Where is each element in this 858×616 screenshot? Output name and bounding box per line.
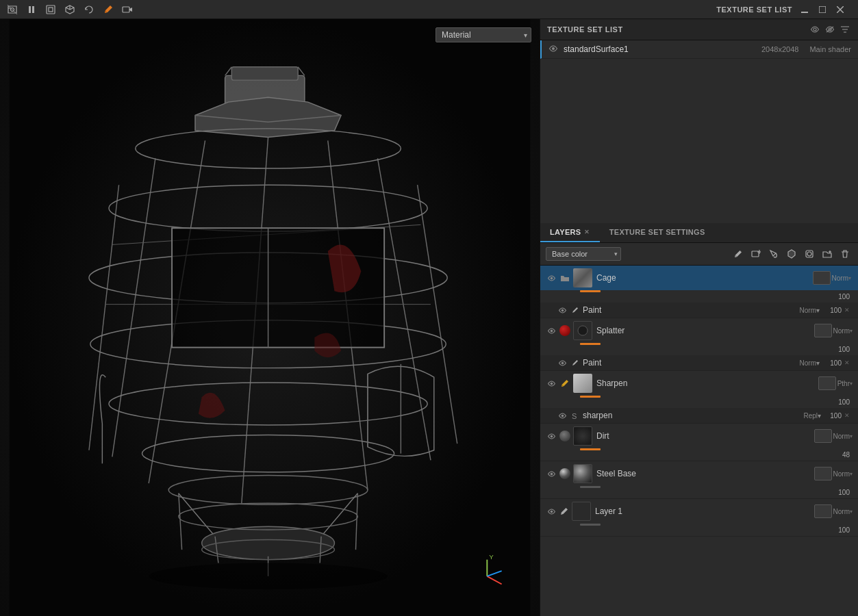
cage-blend[interactable]: Norm ▾ [832, 274, 851, 282]
dirt-thumb [573, 426, 592, 446]
layers-toolbar: Base color Roughness Metallic Normal Hei… [540, 243, 858, 266]
tsl-header: TEXTURE SET LIST [540, 19, 858, 40]
pen-icon[interactable] [101, 3, 115, 16]
tab-layers[interactable]: LAYERS ✕ [540, 223, 600, 242]
svg-point-67 [578, 326, 588, 335]
svg-rect-9 [819, 6, 826, 13]
sharpen-eye-icon[interactable] [546, 378, 557, 389]
texture-set-list-title: TEXTURE SET LIST [716, 5, 792, 14]
svg-point-72 [550, 435, 553, 437]
splatter-thumb [573, 321, 592, 340]
trash-icon[interactable] [837, 246, 853, 261]
svg-rect-7 [123, 7, 129, 12]
svg-point-74 [550, 510, 553, 513]
sharpen-right-controls: Pthr ▾ [818, 376, 853, 390]
layer-splatter-paint[interactable]: Paint Norm▾ 100 ✕ [540, 355, 858, 370]
splatter-blend[interactable]: Norm ▾ [833, 327, 853, 335]
eye-off-icon[interactable] [824, 23, 836, 36]
cube-icon[interactable] [63, 3, 77, 16]
filter-icon[interactable] [839, 23, 851, 36]
splatter-paint-eye-icon[interactable] [557, 357, 568, 368]
cage-paint-name: Paint [583, 305, 800, 315]
layer1-eye-icon[interactable] [546, 506, 557, 517]
layer-group-layer1: Layer 1 Norm ▾ 100 [540, 499, 858, 537]
layer-splatter-header[interactable]: Splatter Norm ▾ [540, 318, 858, 343]
layer1-right-controls: Norm ▾ [814, 504, 853, 518]
viewport[interactable]: Y Material Albedo Roughness Metallic Nor… [0, 19, 540, 616]
camera3-icon[interactable] [121, 3, 134, 16]
brush-stroke-icon[interactable] [766, 246, 781, 261]
sharpen-smart-icon: S [570, 411, 580, 420]
steel-base-name: Steel Base [596, 469, 814, 478]
cage-opacity-box [813, 271, 831, 285]
layer-dirt-header[interactable]: Dirt Norm ▾ [540, 424, 858, 448]
tsl-item-eye-icon[interactable] [548, 44, 558, 54]
steel-base-eye-icon[interactable] [546, 468, 557, 479]
svg-rect-14 [231, 67, 298, 80]
cage-paint-blend[interactable]: Norm▾ [800, 307, 820, 314]
splatter-paint-close[interactable]: ✕ [844, 359, 853, 366]
cage-mesh-svg: Y [0, 19, 540, 616]
dirt-eye-icon[interactable] [546, 431, 557, 441]
sharpen-blend[interactable]: Pthr ▾ [837, 380, 853, 387]
layer-cage-paint[interactable]: Paint Norm▾ 100 ✕ [540, 303, 858, 318]
tsl-header-icons [809, 23, 851, 36]
pause-icon[interactable] [25, 3, 38, 16]
tab-texture-set-settings[interactable]: TEXTURE SET SETTINGS [600, 223, 715, 242]
cage-paint-close[interactable]: ✕ [844, 307, 853, 313]
svg-rect-8 [801, 12, 808, 13]
right-panel: TEXTURE SET LIST [540, 19, 858, 616]
layer-layer1-header[interactable]: Layer 1 Norm ▾ [540, 499, 858, 524]
sharpen-child-opacity: 100 [822, 412, 842, 420]
svg-text:S: S [572, 412, 577, 420]
layer-sharpen-header[interactable]: Sharpen Pthr ▾ [540, 371, 858, 396]
base-color-dropdown-wrap[interactable]: Base color Roughness Metallic Normal Hei… [546, 247, 621, 261]
tabs-area: LAYERS ✕ TEXTURE SET SETTINGS [540, 223, 858, 243]
layer-group-cage: Cage Norm ▾ 100 [540, 266, 858, 318]
rotate-icon[interactable] [82, 3, 96, 16]
tab-layers-close[interactable]: ✕ [584, 229, 590, 235]
splatter-eye-icon[interactable] [546, 325, 557, 336]
layers-list[interactable]: Cage Norm ▾ 100 [540, 266, 858, 616]
steel-base-thumb [573, 464, 592, 483]
layer-steel-base-header[interactable]: Steel Base Norm ▾ [540, 461, 858, 486]
frame-icon[interactable] [44, 3, 58, 16]
maximize-icon[interactable] [816, 3, 829, 16]
paint-layer-icon[interactable] [731, 246, 746, 261]
camera-icon[interactable] [5, 3, 19, 16]
cage-thumb [573, 268, 592, 287]
minimize-icon[interactable] [798, 3, 811, 16]
cage-paint-eye-icon[interactable] [557, 305, 568, 316]
splatter-right-controls: Norm ▾ [814, 324, 853, 337]
sharpen-child-eye-icon[interactable] [557, 410, 568, 421]
dirt-blend[interactable]: Norm ▾ [833, 433, 853, 440]
splatter-name: Splatter [596, 326, 814, 335]
layer1-blend[interactable]: Norm ▾ [833, 508, 853, 515]
folder-new-icon[interactable] [820, 246, 835, 261]
svg-rect-4 [32, 6, 34, 13]
svg-rect-3 [29, 6, 31, 13]
sharpen-child-close[interactable]: ✕ [844, 412, 853, 419]
layer-group-steel-base: Steel Base Norm ▾ 100 [540, 461, 858, 499]
fill-icon[interactable] [784, 246, 799, 261]
sharpen-child-blend[interactable]: Repl▾ [803, 412, 821, 420]
cage-paint-brush-icon [570, 305, 580, 315]
splatter-paint-blend[interactable]: Norm▾ [800, 359, 820, 367]
cage-eye-icon[interactable] [546, 272, 557, 283]
sharpen-child-name: sharpen [583, 411, 803, 420]
svg-point-64 [550, 277, 553, 279]
steel-base-blend[interactable]: Norm ▾ [833, 470, 853, 478]
base-color-dropdown[interactable]: Base color Roughness Metallic Normal Hei… [546, 247, 621, 261]
mask-icon[interactable] [802, 246, 817, 261]
new-fill-layer-icon[interactable] [748, 246, 764, 261]
material-dropdown[interactable]: Material Albedo Roughness Metallic Norma… [436, 27, 531, 42]
tsl-header-left: TEXTURE SET LIST [547, 25, 623, 34]
eye-on-icon[interactable] [809, 23, 821, 36]
material-dropdown-wrap[interactable]: Material Albedo Roughness Metallic Norma… [436, 27, 531, 42]
texture-set-item[interactable]: standardSurface1 2048x2048 Main shader [540, 40, 858, 59]
layer-cage-header[interactable]: Cage Norm ▾ [540, 266, 858, 290]
dirt-opacity-box [814, 429, 832, 443]
layer-sharpen-child[interactable]: S sharpen Repl▾ 100 ✕ [540, 408, 858, 423]
steel-base-right-controls: Norm ▾ [814, 467, 853, 480]
close-icon[interactable] [833, 3, 847, 16]
